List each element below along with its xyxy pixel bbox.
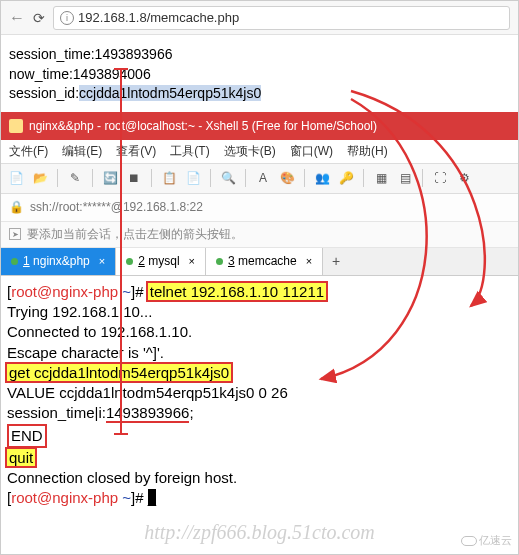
end-marker: END — [7, 424, 47, 448]
cmd-quit: quit — [7, 449, 35, 466]
close-icon[interactable]: × — [99, 255, 105, 267]
status-dot-icon — [11, 258, 18, 265]
cmd-get: get ccjdda1lntodm54erqp51k4js0 — [7, 364, 231, 381]
copy-icon[interactable]: 📋 — [160, 169, 178, 187]
tab-mysql[interactable]: 2 mysql × — [116, 248, 206, 275]
tip-text: 要添加当前会话，点击左侧的箭头按钮。 — [27, 226, 243, 243]
timestamp-match: 1493893966 — [106, 404, 189, 423]
address-bar[interactable]: i 192.168.1.8/memcache.php — [53, 6, 510, 30]
fullscreen-icon[interactable]: ⛶ — [431, 169, 449, 187]
url-text: 192.168.1.8/memcache.php — [78, 10, 239, 25]
bookmark-icon[interactable]: ➤ — [9, 228, 21, 240]
browser-page-content: session_time:1493893966 now_time:1493894… — [1, 35, 518, 112]
session-bar: 🔒 ssh://root:******@192.168.1.8:22 — [1, 194, 518, 222]
menu-view[interactable]: 查看(V) — [116, 143, 156, 160]
new-session-icon[interactable]: 📄 — [7, 169, 25, 187]
layout-icon[interactable]: ▦ — [372, 169, 390, 187]
menu-edit[interactable]: 编辑(E) — [62, 143, 102, 160]
toolbar: 📄 📂 ✎ 🔄 ⏹ 📋 📄 🔍 A 🎨 👥 🔑 ▦ ▤ ⛶ ⚙ — [1, 164, 518, 194]
lock-icon: 🔒 — [9, 200, 24, 214]
edit-icon[interactable]: ✎ — [66, 169, 84, 187]
watermark: http://zpf666.blog.51cto.com — [144, 521, 375, 544]
reconnect-icon[interactable]: 🔄 — [101, 169, 119, 187]
key-icon[interactable]: 🔑 — [337, 169, 355, 187]
color-icon[interactable]: 🎨 — [278, 169, 296, 187]
disconnect-icon[interactable]: ⏹ — [125, 169, 143, 187]
paste-icon[interactable]: 📄 — [184, 169, 202, 187]
close-icon[interactable]: × — [189, 255, 195, 267]
xshell-app-icon — [9, 119, 23, 133]
tab-nginx-php[interactable]: 1 nginx&php × — [1, 248, 116, 275]
back-arrow[interactable]: ← — [9, 9, 25, 27]
xshell-title-text: nginx&&php - root@localhost:~ - Xshell 5… — [29, 119, 377, 133]
info-icon: i — [60, 11, 74, 25]
close-icon[interactable]: × — [306, 255, 312, 267]
menu-tools[interactable]: 工具(T) — [170, 143, 209, 160]
find-icon[interactable]: 🔍 — [219, 169, 237, 187]
xshell-title-bar: nginx&&php - root@localhost:~ - Xshell 5… — [1, 112, 518, 140]
tip-bar: ➤ 要添加当前会话，点击左侧的箭头按钮。 — [1, 222, 518, 248]
provider-logo: 亿速云 — [461, 533, 512, 548]
status-dot-icon — [216, 258, 223, 265]
menu-file[interactable]: 文件(F) — [9, 143, 48, 160]
tab-bar: 1 nginx&php × 2 mysql × 3 memcache × + — [1, 248, 518, 276]
tab-memcache[interactable]: 3 memcache × — [206, 248, 323, 275]
cmd-telnet: telnet 192.168.1.10 11211 — [148, 283, 326, 300]
users-icon[interactable]: 👥 — [313, 169, 331, 187]
session-path: ssh://root:******@192.168.1.8:22 — [30, 200, 203, 214]
session-id-selected: ccjdda1lntodm54erqp51k4js0 — [79, 85, 261, 101]
grid-icon[interactable]: ▤ — [396, 169, 414, 187]
font-icon[interactable]: A — [254, 169, 272, 187]
open-session-icon[interactable]: 📂 — [31, 169, 49, 187]
tab-add-button[interactable]: + — [323, 253, 349, 269]
reload-button[interactable]: ⟳ — [33, 10, 45, 26]
menu-window[interactable]: 窗口(W) — [290, 143, 333, 160]
terminal-output[interactable]: [root@nginx-php ~]# telnet 192.168.1.10 … — [1, 276, 518, 515]
settings-icon[interactable]: ⚙ — [455, 169, 473, 187]
menu-bar[interactable]: 文件(F) 编辑(E) 查看(V) 工具(T) 选项卡(B) 窗口(W) 帮助(… — [1, 140, 518, 164]
menu-tabs[interactable]: 选项卡(B) — [224, 143, 276, 160]
status-dot-icon — [126, 258, 133, 265]
menu-help[interactable]: 帮助(H) — [347, 143, 388, 160]
